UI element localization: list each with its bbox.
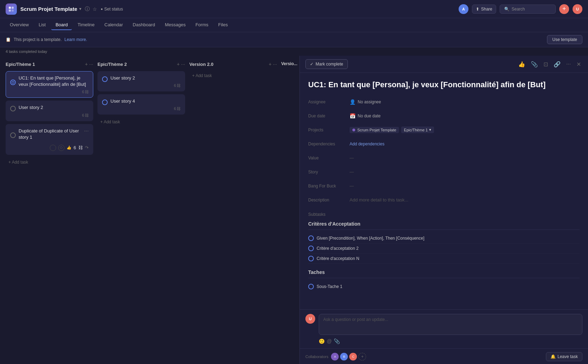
task-check-3[interactable]: [10, 132, 16, 138]
mark-complete-button[interactable]: ✓ Mark complete: [305, 59, 348, 69]
sous-tache-item-1[interactable]: Sous-Tache 1: [308, 282, 580, 291]
board-columns: Epic/Thème 1 + ··· UC1: En tant que [Per…: [0, 56, 299, 364]
field-story-value[interactable]: —: [350, 170, 354, 174]
task-check-5[interactable]: [102, 99, 108, 105]
column-more-icon[interactable]: ···: [89, 61, 93, 67]
tab-files[interactable]: Files: [214, 20, 232, 30]
sous-tache-check-1[interactable]: [308, 284, 314, 289]
attach-icon[interactable]: 📎: [529, 60, 539, 69]
user-avatar[interactable]: A: [459, 4, 468, 14]
tab-calendar[interactable]: Calendar: [100, 20, 127, 30]
current-user-avatar[interactable]: U: [573, 4, 582, 14]
field-value-value[interactable]: —: [350, 156, 354, 160]
column2-more-icon[interactable]: ···: [181, 61, 185, 67]
tag-icon-3[interactable]: ⬡: [58, 145, 65, 151]
task-card-1-header: UC1: En tant que [Persona], je veux [Fon…: [10, 75, 89, 90]
task-check-4[interactable]: [102, 76, 108, 82]
add-task-col1[interactable]: + Add task: [6, 158, 93, 167]
subtask-link-icon: ⛓: [85, 90, 89, 94]
share-button[interactable]: ⬆ Share: [472, 5, 496, 14]
subtask-check-2[interactable]: [308, 246, 314, 251]
field-bang-for-buck-value[interactable]: —: [350, 184, 354, 188]
subtask-link-icon-5: ⛓: [177, 107, 181, 111]
tab-overview[interactable]: Overview: [6, 20, 33, 30]
mention-icon[interactable]: @: [327, 338, 332, 344]
comment-input[interactable]: Ask a question or post an update...: [319, 314, 582, 335]
tab-dashboard[interactable]: Dashboard: [129, 20, 160, 30]
field-description: Description Add more detail to this task…: [308, 195, 580, 205]
set-status-button[interactable]: ● Set status: [101, 7, 123, 12]
field-assignee-value[interactable]: 👤 No assignee: [350, 99, 381, 105]
add-button[interactable]: +: [559, 4, 569, 14]
epic-tag[interactable]: Epic/Thème 1 ▾: [401, 126, 434, 133]
leave-task-button[interactable]: 🔔 Leave task: [546, 352, 582, 361]
add-column-item-icon[interactable]: +: [85, 61, 88, 67]
field-projects-value[interactable]: Scrum Projet Template Epic/Thème 1 ▾: [350, 126, 434, 133]
field-due-date-label: Due date: [308, 114, 347, 118]
subtask-item-1[interactable]: Given [Precondition], When [Action], The…: [308, 233, 580, 243]
subtask-count-5: 6 ⛓: [174, 107, 181, 111]
use-template-button[interactable]: Use template: [547, 35, 582, 44]
column-title-1: Epic/Thème 1: [6, 62, 83, 67]
task-card-5[interactable]: User story 4 6 ⛓: [97, 94, 185, 115]
subtask-check-3[interactable]: [308, 256, 314, 261]
subtasks-header: Subtasks: [308, 212, 580, 217]
task-card-3-header: Duplicate of Duplicate of User story 1: [10, 128, 84, 143]
column-header-4: Versio...: [281, 60, 299, 68]
assignee-icon-3[interactable]: [50, 145, 56, 151]
subtask-icon[interactable]: ⊡: [542, 60, 549, 69]
subtask-item-2[interactable]: Critère d'acceptation 2: [308, 243, 580, 254]
share-icon: ⬆: [476, 7, 479, 12]
task-check-1[interactable]: [10, 80, 16, 85]
like-icon-3[interactable]: 👍: [67, 145, 72, 150]
collaborators-label: Collaborators: [305, 355, 328, 359]
task-card-3[interactable]: Duplicate of Duplicate of User story 1 ·…: [6, 124, 93, 155]
add-collaborator-button[interactable]: +: [358, 353, 366, 360]
dropdown-arrow-icon[interactable]: ▾: [79, 7, 81, 11]
project-tag[interactable]: Scrum Projet Template: [350, 127, 399, 133]
person-icon: 👤: [350, 99, 356, 105]
task-card-2[interactable]: User story 2 6 ⛓: [6, 101, 93, 121]
add-column2-item-icon[interactable]: +: [177, 61, 180, 67]
collab-avatar-1[interactable]: A: [331, 353, 339, 360]
add-task-col2[interactable]: + Add task: [97, 117, 185, 126]
subtask-check-1[interactable]: [308, 235, 314, 241]
tab-messages[interactable]: Messages: [161, 20, 190, 30]
link-icon[interactable]: 🔗: [552, 60, 562, 69]
description-input[interactable]: Add more detail to this task...: [350, 195, 408, 205]
tab-list[interactable]: List: [34, 20, 50, 30]
add-task-col3[interactable]: + Add task: [189, 71, 277, 80]
tab-forms[interactable]: Forms: [191, 20, 212, 30]
add-dependencies-link[interactable]: Add dependencies: [350, 142, 384, 146]
add-column3-item-icon[interactable]: +: [269, 61, 271, 67]
task-card-1-meta: 6 ⛓: [10, 90, 89, 94]
task-card-3-more-icon[interactable]: ···: [84, 128, 89, 134]
task-card-1[interactable]: UC1: En tant que [Persona], je veux [Fon…: [6, 71, 93, 98]
learn-more-link[interactable]: Learn more.: [65, 37, 87, 42]
collab-avatar-3[interactable]: C: [349, 353, 357, 360]
search-box[interactable]: 🔍 Search: [500, 5, 556, 14]
column-header-icons-2: + ···: [177, 61, 185, 67]
comment-attach-icon[interactable]: 📎: [334, 338, 340, 344]
column3-more-icon[interactable]: ···: [273, 61, 277, 67]
field-due-date-value[interactable]: 📅 No due date: [350, 113, 380, 119]
task-card-4[interactable]: User story 2 6 ⛓: [97, 71, 185, 91]
more-options-icon[interactable]: ···: [565, 60, 572, 69]
subtask-item-3[interactable]: Critère d'acceptation N: [308, 254, 580, 264]
top-bar-right: A ⬆ Share 🔍 Search + U: [459, 4, 582, 14]
board-container: Epic/Thème 1 + ··· UC1: En tant que [Per…: [0, 56, 588, 364]
collab-avatar-2[interactable]: B: [340, 353, 348, 360]
collaborator-avatars: A B C +: [331, 353, 366, 360]
tab-board[interactable]: Board: [51, 20, 72, 30]
task-check-2[interactable]: [10, 106, 16, 111]
comment-area: U Ask a question or post an update... 🙂 …: [300, 309, 588, 348]
info-icon[interactable]: ⓘ: [85, 6, 90, 12]
thumbs-up-icon[interactable]: 👍: [517, 60, 527, 69]
close-panel-icon[interactable]: ✕: [575, 60, 582, 69]
field-dependencies: Dependencies Add dependencies: [308, 139, 580, 149]
detail-footer: Collaborators A B C + 🔔 Leave task: [300, 348, 588, 364]
tab-timeline[interactable]: Timeline: [73, 20, 99, 30]
emoji-icon[interactable]: 🙂: [319, 338, 325, 344]
template-text: This project is a template.: [14, 37, 62, 42]
star-icon[interactable]: ☆: [93, 6, 97, 12]
